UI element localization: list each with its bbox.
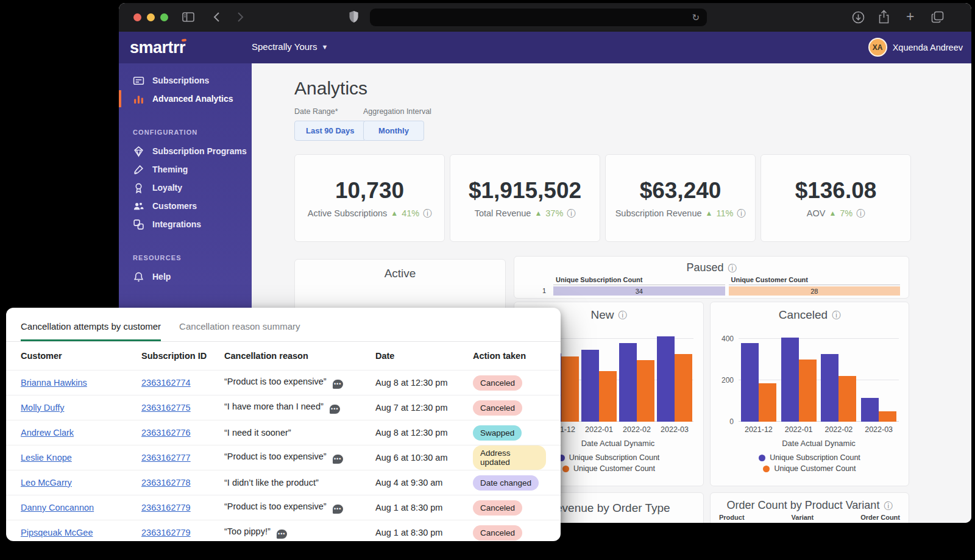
tab-cancellation-reason-summary[interactable]: Cancellation reason summary — [179, 321, 300, 341]
metric-value: $1,915,502 — [469, 178, 581, 204]
comment-bubble-icon[interactable]: ••• — [333, 455, 343, 464]
action-badge: Canceled — [473, 400, 522, 416]
date-range-button[interactable]: Last 90 Days — [294, 121, 366, 141]
legend-dot — [562, 466, 569, 472]
new-tab-icon[interactable]: + — [906, 10, 914, 23]
comment-bubble-icon[interactable]: ••• — [333, 505, 343, 514]
customer-link[interactable]: Leslie Knope — [21, 453, 72, 463]
sidebar-item-advanced-analytics[interactable]: Advanced Analytics — [119, 90, 252, 108]
new-bar-plot: 0200400 — [542, 330, 693, 422]
subscription-id-link[interactable]: 2363162776 — [141, 428, 191, 438]
bar-group-2022-01 — [781, 338, 817, 422]
paused-row-index: 1 — [523, 285, 550, 296]
subscription-count-bar — [781, 338, 799, 422]
back-icon[interactable] — [213, 12, 220, 23]
customer-link[interactable]: Brianna Hawkins — [21, 378, 87, 388]
metric-cards: 10,730Active Subscriptions▲41%ⓘ$1,915,50… — [294, 154, 911, 242]
page-title: Analytics — [294, 78, 367, 99]
sidebar-item-loyalty[interactable]: Loyalty — [119, 179, 252, 197]
customer-count-bar — [599, 371, 617, 422]
bar-group-2022-03 — [657, 336, 692, 422]
user-menu[interactable]: XA Xquenda Andreev — [868, 38, 963, 57]
customer-link[interactable]: Danny Concannon — [21, 503, 94, 512]
advanced-analytics-icon — [133, 93, 144, 105]
close-window-button[interactable] — [133, 13, 141, 21]
customers-icon — [133, 200, 144, 212]
customer-count-bar — [838, 376, 856, 422]
column-order-count: Order Count — [860, 514, 900, 521]
info-icon[interactable]: ⓘ — [728, 264, 737, 272]
x-axis-tick: 2022-02 — [623, 425, 651, 434]
info-icon[interactable]: ⓘ — [423, 209, 431, 218]
info-icon[interactable]: ⓘ — [884, 502, 892, 510]
bar-group-2022-01 — [581, 350, 617, 422]
info-icon[interactable]: ⓘ — [567, 209, 575, 218]
comment-bubble-icon[interactable]: ••• — [277, 530, 287, 539]
subscription-id-link[interactable]: 2363162775 — [141, 403, 191, 413]
subscription-count-bar — [581, 350, 599, 422]
aggregation-button[interactable]: Monthly — [363, 121, 424, 141]
shield-icon[interactable] — [349, 10, 359, 23]
subscription-id-link[interactable]: 2363162778 — [141, 478, 191, 487]
store-selector[interactable]: Spectrally Yours ▼ — [252, 41, 328, 52]
legend-dot — [759, 455, 765, 461]
customer-link[interactable]: Andrew Clark — [21, 428, 74, 438]
info-icon[interactable]: ⓘ — [619, 311, 627, 319]
info-icon[interactable]: ⓘ — [832, 311, 840, 319]
sidebar-item-label: Advanced Analytics — [152, 94, 233, 104]
column-variant: Variant — [792, 514, 814, 521]
column-product: Product — [719, 514, 745, 521]
paused-column-header: Unique Subscription Count — [553, 275, 725, 285]
info-icon[interactable]: ⓘ — [737, 209, 745, 218]
address-bar[interactable]: ↻ — [370, 9, 707, 26]
legend-dot — [763, 466, 770, 472]
customer-link[interactable]: Pipsqeuak McGee — [21, 528, 93, 537]
subscription-id-link[interactable]: 2363162779 — [141, 528, 191, 537]
subscription-count-bar — [861, 398, 879, 422]
comment-bubble-icon[interactable]: ••• — [330, 405, 340, 414]
table-row: Danny Concannon2363162779“Product is too… — [6, 495, 561, 520]
paused-card: Pausedⓘ Unique Subscription CountUnique … — [514, 256, 909, 299]
sidebar-item-integrations[interactable]: Integrations — [119, 215, 252, 233]
y-axis-tick: 200 — [722, 376, 734, 385]
sidebar-item-customers[interactable]: Customers — [119, 197, 252, 215]
subscription-id-link[interactable]: 2363162774 — [141, 378, 191, 388]
zoom-window-button[interactable] — [160, 13, 168, 21]
info-icon[interactable]: ⓘ — [856, 209, 865, 218]
customer-link[interactable]: Leo McGarry — [21, 478, 72, 487]
canceled-chart-card: Canceledⓘ 02004002021-122022-012022-0220… — [710, 302, 909, 486]
order-count-columns: Product Variant Order Count — [719, 514, 900, 523]
paused-value-bar: 28 — [729, 286, 901, 296]
cancellation-date: Aug 1 at 8:30 pm — [375, 503, 473, 512]
metric-label: Total Revenue — [475, 208, 531, 218]
y-axis-tick: 400 — [722, 335, 734, 343]
action-badge: Canceled — [473, 375, 522, 391]
table-row: Molly Duffy2363162775“I have more than I… — [6, 395, 561, 420]
metric-label: Subscription Revenue — [615, 208, 702, 218]
cancellation-reason: “I have more than I need” ••• — [224, 402, 375, 414]
subscription-id-link[interactable]: 2363162777 — [141, 453, 191, 463]
sidebar-item-help[interactable]: Help — [119, 268, 252, 286]
forward-icon[interactable] — [237, 12, 244, 23]
download-icon[interactable] — [852, 11, 865, 24]
metric-card-subscription-revenue: $63,240Subscription Revenue▲11%ⓘ — [605, 154, 756, 242]
table-row: Pipsqeuak McGee2363162779“Too pippy!” ••… — [6, 520, 561, 541]
bar-group-2022-03 — [861, 398, 896, 422]
sidebar-item-subscription-programs[interactable]: Subscription Programs — [119, 142, 252, 160]
sidebar-toggle-icon[interactable] — [182, 12, 194, 23]
minimize-window-button[interactable] — [147, 13, 155, 21]
metric-card-active-subscriptions: 10,730Active Subscriptions▲41%ⓘ — [294, 154, 445, 242]
paused-table: Unique Subscription CountUnique Customer… — [523, 275, 900, 296]
customer-link[interactable]: Molly Duffy — [21, 403, 64, 413]
reload-icon[interactable]: ↻ — [692, 12, 700, 23]
tabs-icon[interactable] — [931, 11, 944, 23]
subscription-id-link[interactable]: 2363162779 — [141, 503, 191, 512]
tab-cancellation-attempts[interactable]: Cancellation attempts by customer — [21, 321, 161, 341]
sidebar-item-theming[interactable]: Theming — [119, 160, 252, 179]
subscription-programs-icon — [133, 146, 144, 157]
comment-bubble-icon[interactable]: ••• — [333, 380, 343, 389]
sidebar-item-subscriptions[interactable]: Subscriptions — [119, 71, 252, 90]
help-icon — [133, 271, 144, 283]
share-icon[interactable] — [878, 10, 890, 24]
table-row: Leo McGarry2363162778“I didn’t like the … — [6, 470, 561, 495]
